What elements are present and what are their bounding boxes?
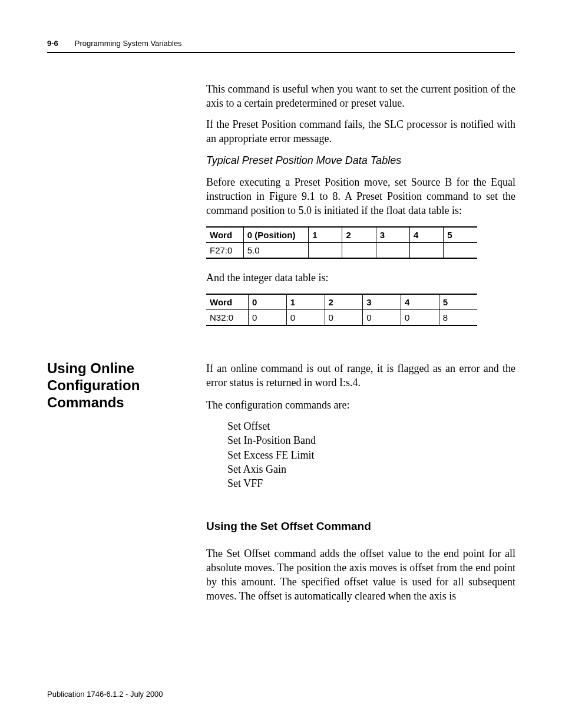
section-heading: Using Online Configuration Commands	[47, 360, 194, 411]
table-cell	[409, 243, 443, 259]
table-cell	[342, 243, 376, 259]
paragraph: Before executing a Preset Position move,…	[206, 176, 515, 218]
list-item: Set Excess FE Limit	[206, 448, 515, 462]
chapter-title: Programming System Variables	[75, 39, 182, 48]
paragraph: The Set Offset command adds the offset v…	[206, 547, 515, 604]
table-cell: 8	[439, 310, 477, 326]
page-number: 9-6	[47, 39, 58, 48]
table-header-cell: Word	[206, 227, 243, 243]
running-header: 9-6 Programming System Variables	[47, 39, 515, 48]
table-cell: 0	[363, 310, 401, 326]
table-header-cell: 3	[363, 294, 401, 310]
table-header-cell: 4	[409, 227, 443, 243]
table-cell: 0	[325, 310, 363, 326]
table-cell: 5.0	[243, 243, 308, 259]
header-rule	[47, 52, 515, 53]
table-header-cell: 5	[444, 227, 477, 243]
table-cell: 0	[249, 310, 287, 326]
paragraph: If an online command is out of range, it…	[206, 362, 515, 390]
table-header-cell: 4	[401, 294, 439, 310]
paragraph: If the Preset Position command fails, th…	[206, 118, 515, 146]
table-cell: 0	[401, 310, 439, 326]
table-cell: N32:0	[206, 310, 249, 326]
table-row: N32:0 0 0 0 0 0 8	[206, 310, 477, 326]
float-data-table: Word 0 (Position) 1 2 3 4 5 F27:0 5.0	[206, 226, 477, 259]
table-header-cell: 2	[342, 227, 376, 243]
table-cell: F27:0	[206, 243, 243, 259]
table-header-row: Word 0 (Position) 1 2 3 4 5	[206, 227, 477, 243]
paragraph: This command is useful when you want to …	[206, 83, 515, 111]
paragraph: And the integer data table is:	[206, 271, 515, 285]
integer-data-table: Word 0 1 2 3 4 5 N32:0 0 0 0 0 0 8	[206, 294, 477, 326]
table-cell	[309, 243, 342, 259]
list-item: Set In-Position Band	[206, 433, 515, 447]
table-cell: 0	[286, 310, 325, 326]
table-header-cell: 5	[439, 294, 477, 310]
table-header-cell: 1	[309, 227, 342, 243]
table-header-cell: 0 (Position)	[243, 227, 308, 243]
subheading: Typical Preset Position Move Data Tables	[206, 154, 515, 167]
table-header-cell: 1	[286, 294, 325, 310]
list-item: Set Offset	[206, 419, 515, 433]
table-cell	[376, 243, 409, 259]
subsection-heading: Using the Set Offset Command	[206, 520, 515, 533]
paragraph: The configuration commands are:	[206, 398, 515, 413]
table-header-cell: 0	[249, 294, 287, 310]
list-item: Set VFF	[206, 476, 515, 490]
list-item: Set Axis Gain	[206, 462, 515, 476]
table-cell	[444, 243, 477, 259]
table-header-cell: Word	[206, 294, 249, 310]
table-row: F27:0 5.0	[206, 243, 477, 259]
table-header-cell: 3	[376, 227, 409, 243]
table-header-cell: 2	[325, 294, 363, 310]
table-header-row: Word 0 1 2 3 4 5	[206, 294, 477, 310]
publication-footer: Publication 1746-6.1.2 - July 2000	[47, 690, 163, 699]
